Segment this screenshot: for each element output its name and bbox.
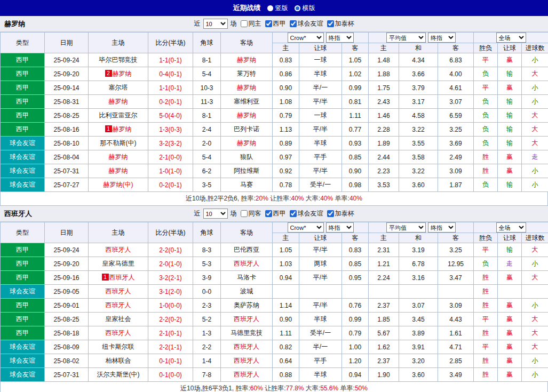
score-cell[interactable]: 0-1(0-0): [148, 368, 193, 382]
home-team-cell[interactable]: 1赫罗纳: [89, 123, 148, 137]
checkbox-input[interactable]: [265, 210, 272, 217]
home-team-cell[interactable]: 赫罗纳: [89, 150, 148, 164]
checkbox-input[interactable]: [265, 20, 272, 27]
filter-checkbox-球会友谊[interactable]: 球会友谊: [288, 209, 323, 218]
home-team-cell[interactable]: 西班牙人: [89, 285, 148, 299]
average-select[interactable]: 平均值: [386, 33, 426, 43]
corner-cell: 2-4: [193, 123, 221, 137]
score-cell[interactable]: 3-2(3-2): [148, 137, 193, 150]
score-cell[interactable]: 1-1(0-1): [148, 81, 193, 95]
odds-cell: 3.19: [399, 243, 438, 257]
fullmatch-select[interactable]: 全场: [496, 33, 526, 43]
score-cell[interactable]: 0-2(0-1): [148, 95, 193, 109]
home-team-name: 赫罗纳: [109, 167, 128, 174]
home-team-cell[interactable]: 塞尔塔: [89, 81, 148, 95]
home-team-name: 毕尔巴鄂竞技: [99, 56, 138, 63]
score-cell[interactable]: 1-3(0-3): [148, 123, 193, 137]
odds-cell: 平手: [299, 150, 342, 164]
away-team-cell[interactable]: 赫罗纳: [221, 81, 273, 95]
filter-checkbox-西甲[interactable]: 西甲: [263, 19, 286, 28]
home-team-cell[interactable]: 赫罗纳: [89, 95, 148, 109]
away-team-cell[interactable]: 巴伦西亚: [221, 243, 273, 257]
odds-cell: 1.62: [369, 340, 399, 354]
final-odds-select-2[interactable]: 终指: [428, 33, 456, 43]
home-team-cell[interactable]: 比利亚雷亚尔: [89, 109, 148, 123]
checkbox-input[interactable]: [241, 20, 248, 27]
home-team-cell[interactable]: 皇家马德里: [89, 257, 148, 271]
home-team-cell[interactable]: 2赫罗纳: [89, 67, 148, 81]
home-team-cell[interactable]: 西班牙人: [89, 243, 148, 257]
away-team-cell[interactable]: 莱万特: [221, 67, 273, 81]
away-team-cell[interactable]: 西班牙人: [221, 313, 273, 326]
home-team-cell[interactable]: 赫罗纳: [89, 164, 148, 178]
final-odds-select-2[interactable]: 终指: [428, 222, 456, 233]
score-cell[interactable]: 2-1(0-0): [148, 150, 193, 164]
away-team-cell[interactable]: 西班牙人: [221, 257, 273, 271]
average-select[interactable]: 平均值: [386, 222, 426, 233]
view-option-vertical[interactable]: 竖版: [267, 4, 288, 13]
home-team-cell[interactable]: 那不勒斯(中): [89, 137, 148, 150]
home-team-cell[interactable]: 纽卡斯尔联: [89, 340, 148, 354]
bookmaker-select[interactable]: Crow*: [288, 222, 324, 233]
home-team-cell[interactable]: 赫罗纳(中): [89, 178, 148, 192]
home-team-cell[interactable]: 毕尔巴鄂竞技: [89, 53, 148, 67]
filter-checkbox-加泰杯[interactable]: 加泰杯: [325, 19, 354, 28]
summary-segment: 20%: [256, 195, 268, 202]
score-cell[interactable]: 2-2(0-1): [148, 243, 193, 257]
away-team-cell[interactable]: 巴列卡诺: [221, 123, 273, 137]
score-cell[interactable]: 2-2(0-2): [148, 313, 193, 326]
away-team-cell[interactable]: 阿拉维斯: [221, 164, 273, 178]
away-team-name: 赫罗纳: [237, 56, 256, 63]
away-team-cell[interactable]: 波城: [221, 285, 273, 299]
away-team-cell[interactable]: 马赛: [221, 178, 273, 192]
score-cell[interactable]: 0-4(0-1): [148, 67, 193, 81]
home-team-cell[interactable]: 1西班牙人: [89, 271, 148, 285]
filter-checkbox-球会友谊[interactable]: 球会友谊: [288, 19, 323, 28]
fullmatch-select[interactable]: 全场: [496, 222, 526, 233]
home-team-cell[interactable]: 皇家社会: [89, 313, 148, 326]
score-cell[interactable]: 1-1(0-1): [148, 53, 193, 67]
filter-checkbox-同客[interactable]: 同客: [239, 209, 261, 218]
score-cell[interactable]: 3-2(2-1): [148, 271, 193, 285]
final-odds-select[interactable]: 终指: [326, 222, 354, 233]
away-team-cell[interactable]: 赫罗纳: [221, 137, 273, 150]
away-team-cell[interactable]: 赫罗纳: [221, 109, 273, 123]
col-score: 比分(半场): [148, 222, 193, 243]
home-team-cell[interactable]: 沃尔夫斯堡(中): [89, 368, 148, 382]
checkbox-input[interactable]: [290, 20, 297, 27]
score-cell[interactable]: 2-1(0-1): [148, 326, 193, 340]
recent-count-select[interactable]: 10: [203, 209, 228, 219]
away-team-cell[interactable]: 赫罗纳: [221, 53, 273, 67]
away-team-cell[interactable]: 马洛卡: [221, 271, 273, 285]
view-option-horizontal[interactable]: 横版: [295, 4, 315, 13]
checkbox-input[interactable]: [241, 210, 248, 217]
score-cell[interactable]: 1-0(1-0): [148, 164, 193, 178]
away-team-cell[interactable]: 西班牙人: [221, 368, 273, 382]
away-team-cell[interactable]: 塞维利亚: [221, 95, 273, 109]
checkbox-input[interactable]: [290, 210, 297, 217]
away-team-cell[interactable]: 奥萨苏纳: [221, 299, 273, 313]
score-cell[interactable]: 0-2(0-1): [148, 178, 193, 192]
subcol-header: 主: [369, 233, 399, 243]
final-odds-select[interactable]: 终指: [326, 33, 354, 43]
away-team-cell[interactable]: 马德里竞技: [221, 326, 273, 340]
checkbox-input[interactable]: [327, 210, 334, 217]
bookmaker-select[interactable]: Crow*: [288, 33, 324, 43]
recent-count-select[interactable]: 10: [203, 19, 228, 29]
score-cell[interactable]: 5-0(4-0): [148, 109, 193, 123]
away-team-cell[interactable]: 西班牙人: [221, 354, 273, 368]
filter-checkbox-加泰杯[interactable]: 加泰杯: [325, 209, 354, 218]
home-team-cell[interactable]: 西班牙人: [89, 299, 148, 313]
home-team-cell[interactable]: 柏林联合: [89, 354, 148, 368]
score-cell[interactable]: 3-1(2-0): [148, 285, 193, 299]
score-cell[interactable]: 2-0(1-0): [148, 257, 193, 271]
score-cell[interactable]: 2-2(1-1): [148, 340, 193, 354]
home-team-cell[interactable]: 西班牙人: [89, 326, 148, 340]
score-cell[interactable]: 1-0(0-0): [148, 299, 193, 313]
filter-checkbox-西甲[interactable]: 西甲: [263, 209, 286, 218]
away-team-cell[interactable]: 西班牙人: [221, 340, 273, 354]
checkbox-input[interactable]: [327, 20, 334, 27]
away-team-cell[interactable]: 狼队: [221, 150, 273, 164]
filter-checkbox-同主[interactable]: 同主: [239, 19, 261, 28]
score-cell[interactable]: 0-1(0-1): [148, 354, 193, 368]
